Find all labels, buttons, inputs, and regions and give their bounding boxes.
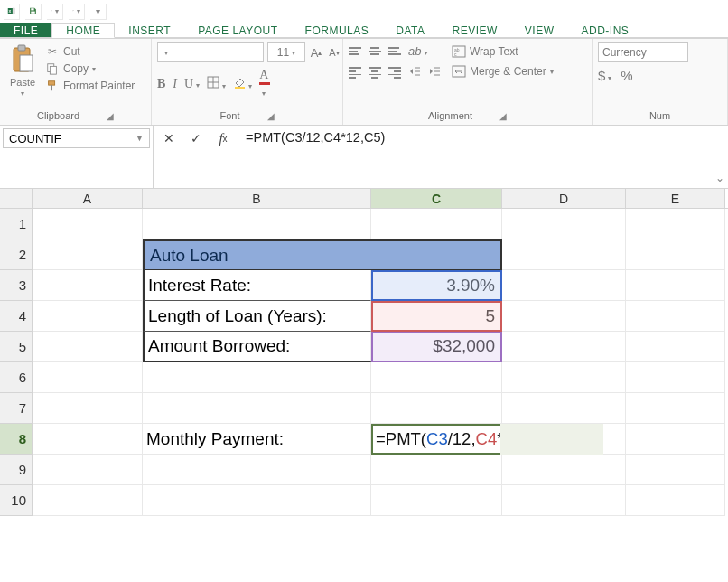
cell-c7[interactable] bbox=[371, 393, 502, 424]
align-right-icon[interactable] bbox=[388, 67, 401, 78]
tab-formulas[interactable]: FORMULAS bbox=[292, 23, 383, 37]
borders-button[interactable] bbox=[207, 76, 226, 91]
cell-d9[interactable] bbox=[502, 455, 626, 485]
cell-c6[interactable] bbox=[371, 362, 502, 393]
column-header-e[interactable]: E bbox=[626, 189, 725, 208]
font-color-button[interactable]: A bbox=[259, 68, 270, 99]
cell-e7[interactable] bbox=[626, 393, 725, 424]
cell-e2[interactable] bbox=[626, 239, 725, 270]
percent-format-icon[interactable]: % bbox=[621, 68, 632, 83]
cell-b4[interactable]: Length of Loan (Years): bbox=[143, 301, 371, 332]
fill-color-button[interactable] bbox=[233, 76, 252, 91]
tab-home[interactable]: HOME bbox=[51, 23, 115, 38]
cell-e5[interactable] bbox=[626, 332, 725, 362]
qat-customize-icon[interactable]: ▾ bbox=[90, 4, 107, 20]
cell-a7[interactable] bbox=[33, 393, 143, 424]
cell-b6[interactable] bbox=[143, 362, 371, 393]
tab-add-ins[interactable]: ADD-INS bbox=[568, 23, 643, 37]
save-icon[interactable] bbox=[25, 4, 42, 20]
grow-font-icon[interactable]: A▴ bbox=[309, 45, 323, 60]
align-middle-icon[interactable] bbox=[369, 47, 381, 55]
cell-c1[interactable] bbox=[371, 209, 502, 239]
cell-b1[interactable] bbox=[143, 209, 371, 239]
column-header-b[interactable]: B bbox=[143, 189, 371, 208]
font-size-combo[interactable]: 11 bbox=[267, 42, 305, 62]
alignment-launcher-icon[interactable]: ◢ bbox=[499, 111, 507, 121]
align-bottom-icon[interactable] bbox=[388, 47, 401, 55]
cell-c5[interactable]: $32,000 bbox=[371, 332, 502, 362]
paste-button[interactable]: Paste ▾ bbox=[5, 42, 40, 99]
redo-button[interactable] bbox=[69, 4, 85, 20]
italic-button[interactable]: I bbox=[173, 77, 177, 91]
tab-view[interactable]: VIEW bbox=[511, 23, 568, 37]
underline-button[interactable]: U bbox=[184, 77, 200, 91]
cell-d2[interactable] bbox=[502, 239, 626, 270]
cell-d5[interactable] bbox=[502, 332, 626, 362]
cell-a4[interactable] bbox=[33, 301, 143, 332]
cell-c4[interactable]: 5 bbox=[371, 301, 502, 332]
cell-b10[interactable] bbox=[143, 485, 371, 516]
cell-b2-merged[interactable]: Auto Loan bbox=[143, 239, 502, 270]
font-name-combo[interactable] bbox=[157, 42, 264, 62]
cell-c9[interactable] bbox=[371, 455, 502, 485]
tab-file[interactable]: FILE bbox=[0, 23, 51, 37]
cell-a6[interactable] bbox=[33, 362, 143, 393]
align-top-icon[interactable] bbox=[349, 47, 361, 55]
formula-bar-input[interactable]: =PMT(C3/12,C4*12,C5) bbox=[238, 126, 712, 188]
number-format-combo[interactable]: Currency bbox=[598, 42, 688, 62]
select-all-corner[interactable] bbox=[0, 189, 33, 208]
cell-b7[interactable] bbox=[143, 393, 371, 424]
cell-a2[interactable] bbox=[33, 239, 143, 270]
row-header-4[interactable]: 4 bbox=[0, 301, 33, 332]
row-header-5[interactable]: 5 bbox=[0, 332, 33, 362]
cell-a3[interactable] bbox=[33, 270, 143, 301]
cell-b9[interactable] bbox=[143, 455, 371, 485]
cell-d3[interactable] bbox=[502, 270, 626, 301]
tab-review[interactable]: REVIEW bbox=[438, 23, 510, 37]
align-center-h-icon[interactable] bbox=[369, 67, 381, 78]
name-box[interactable]: COUNTIF ▼ bbox=[3, 128, 150, 148]
wrap-text-button[interactable]: abc Wrap Text bbox=[452, 44, 554, 59]
cell-c10[interactable] bbox=[371, 485, 502, 516]
column-header-d[interactable]: D bbox=[502, 189, 626, 208]
cell-e8[interactable] bbox=[626, 424, 725, 455]
clipboard-launcher-icon[interactable]: ◢ bbox=[107, 111, 114, 121]
row-header-7[interactable]: 7 bbox=[0, 393, 33, 424]
shrink-font-icon[interactable]: A▾ bbox=[327, 45, 341, 60]
accounting-format-icon[interactable]: $ bbox=[598, 68, 611, 83]
cell-a9[interactable] bbox=[33, 455, 143, 485]
font-launcher-icon[interactable]: ◢ bbox=[267, 111, 275, 121]
cell-d1[interactable] bbox=[502, 209, 626, 239]
row-header-6[interactable]: 6 bbox=[0, 362, 33, 393]
align-left-icon[interactable] bbox=[349, 67, 361, 78]
row-header-10[interactable]: 10 bbox=[0, 485, 33, 516]
column-header-a[interactable]: A bbox=[33, 189, 143, 208]
orientation-icon[interactable]: ab bbox=[408, 44, 427, 58]
copy-button[interactable]: Copy ▾ bbox=[45, 61, 135, 76]
cell-a8[interactable] bbox=[33, 424, 143, 455]
bold-button[interactable]: B bbox=[157, 77, 165, 91]
cell-d7[interactable] bbox=[502, 393, 626, 424]
tab-page-layout[interactable]: PAGE LAYOUT bbox=[184, 23, 291, 37]
decrease-indent-icon[interactable] bbox=[408, 65, 421, 80]
cell-e1[interactable] bbox=[626, 209, 725, 239]
cell-b5[interactable]: Amount Borrowed: bbox=[143, 332, 371, 362]
cell-e4[interactable] bbox=[626, 301, 725, 332]
cell-d6[interactable] bbox=[502, 362, 626, 393]
cell-a5[interactable] bbox=[33, 332, 143, 362]
expand-formula-bar-icon[interactable]: ⌄ bbox=[712, 126, 728, 188]
row-header-2[interactable]: 2 bbox=[0, 239, 33, 270]
cell-b8[interactable]: Monthly Payment: bbox=[143, 424, 371, 455]
cell-e10[interactable] bbox=[626, 485, 725, 516]
cell-c8-editing[interactable]: =PMT(C3/12,C4*12,C5) bbox=[371, 424, 502, 455]
row-header-3[interactable]: 3 bbox=[0, 270, 33, 301]
cell-e9[interactable] bbox=[626, 455, 725, 485]
undo-button[interactable] bbox=[47, 4, 63, 20]
cell-d4[interactable] bbox=[502, 301, 626, 332]
worksheet-grid[interactable]: A B C D E 1 2 Auto Loan 3 Interest Rate:… bbox=[0, 189, 728, 516]
tab-data[interactable]: DATA bbox=[382, 23, 438, 37]
cell-e6[interactable] bbox=[626, 362, 725, 393]
format-painter-button[interactable]: Format Painter bbox=[45, 79, 135, 93]
cell-c3[interactable]: 3.90% bbox=[371, 270, 502, 301]
insert-function-button[interactable]: fx bbox=[210, 128, 236, 148]
